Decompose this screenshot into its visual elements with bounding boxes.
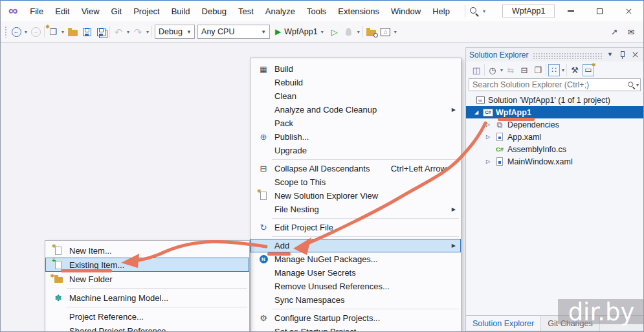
dropdown-caret-icon[interactable]: ▾: [394, 29, 397, 35]
start-debugging-button[interactable]: ▶WpfApp1▾: [272, 24, 326, 39]
menubar-item-analyze[interactable]: Analyze: [260, 1, 301, 21]
solution-explorer-home-icon[interactable]: ⌂: [380, 24, 392, 39]
menubar-item-build[interactable]: Build: [166, 1, 196, 21]
dropdown-caret-icon[interactable]: ▾: [25, 29, 27, 35]
add-menu-item-new-folder[interactable]: ✱New Folder: [45, 272, 249, 286]
menu-item-configure-startup-projects[interactable]: ⚙Configure Startup Projects...: [250, 311, 461, 325]
panel-window-position-icon[interactable]: ▼: [607, 52, 613, 58]
dropdown-caret-icon[interactable]: ▾: [127, 29, 129, 35]
menubar-item-tools[interactable]: Tools: [301, 1, 332, 21]
tree-item-assemblyinfo-cs[interactable]: C#AssemblyInfo.cs: [466, 143, 643, 155]
menubar-item-test[interactable]: Test: [232, 1, 260, 21]
menu-item-scope-to-this[interactable]: Scope to This: [250, 175, 461, 189]
expander-collapsed-icon[interactable]: ▷: [483, 159, 493, 164]
menu-item-analyze-and-code-cleanup[interactable]: Analyze and Code Cleanup▶: [250, 103, 461, 116]
window-close-icon[interactable]: [614, 1, 643, 21]
sync-with-active-document-icon[interactable]: ∷: [548, 64, 560, 76]
expander-expanded-icon[interactable]: ◢: [471, 109, 482, 115]
expander-collapsed-icon[interactable]: ▷: [483, 122, 493, 127]
menu-item-edit-project-file[interactable]: ↻Edit Project File: [250, 221, 461, 234]
preview-selected-items-icon[interactable]: ▭✱: [583, 64, 594, 76]
add-menu-item-existing-item[interactable]: +Existing Item...: [45, 258, 249, 272]
forward-icon[interactable]: →: [30, 24, 41, 39]
save-all-icon[interactable]: [95, 24, 107, 39]
tree-item-app-xaml[interactable]: ▷App.xaml: [466, 131, 643, 143]
menu-item-set-as-startup-project[interactable]: Set as Startup Project: [250, 325, 461, 332]
menu-item-upgrade[interactable]: Upgrade: [250, 144, 461, 157]
menubar-item-edit[interactable]: Edit: [49, 1, 75, 21]
window-maximize-icon[interactable]: [585, 1, 614, 21]
menubar-item-window[interactable]: Window: [385, 1, 427, 21]
hot-reload-icon[interactable]: [343, 24, 355, 39]
redo-icon[interactable]: ↷: [132, 24, 144, 39]
configuration-dropdown[interactable]: Debug▼: [155, 25, 195, 39]
menu-item-file-nesting[interactable]: File Nesting▶: [250, 203, 461, 216]
platform-dropdown[interactable]: Any CPU▼: [197, 25, 270, 39]
tree-item-solution-wpfapp1-1-of-1-project[interactable]: ∞Solution 'WpfApp1' (1 of 1 project): [466, 94, 643, 106]
dropdown-caret-icon[interactable]: ▾: [357, 29, 360, 35]
add-menu-item-machine-learning-model[interactable]: ✽Machine Learning Model...: [45, 291, 249, 305]
show-all-files-icon[interactable]: ❐: [532, 64, 544, 76]
window-minimize-icon[interactable]: [556, 1, 585, 21]
menubar-item-extensions[interactable]: Extensions: [332, 1, 385, 21]
tree-item-dependencies[interactable]: ▷⧉Dependencies: [466, 118, 643, 131]
solution-explorer-header[interactable]: Solution Explorer ▼: [466, 48, 643, 61]
menu-item-remove-unused-references[interactable]: Remove Unused References...: [250, 280, 461, 293]
open-folder-icon[interactable]: [67, 24, 78, 39]
menubar-item-view[interactable]: View: [76, 1, 105, 21]
menu-item-collapse-all-descendants[interactable]: ⊟Collapse All DescendantsCtrl+Left Arrow: [250, 162, 461, 175]
menu-item-sync-namespaces[interactable]: Sync Namespaces: [250, 293, 461, 307]
menu-item-pack[interactable]: Pack: [250, 116, 461, 130]
menu-item-clean[interactable]: Clean: [250, 89, 461, 103]
back-icon[interactable]: ←: [10, 24, 22, 39]
undo-icon[interactable]: ↶: [113, 24, 124, 39]
menu-item-new-solution-explorer-view[interactable]: ✱New Solution Explorer View: [250, 189, 461, 203]
add-menu-item-shared-project-reference[interactable]: Shared Project Reference...: [45, 324, 249, 332]
feedback-icon[interactable]: ✉: [625, 24, 637, 39]
menubar-item-file[interactable]: File: [24, 1, 49, 21]
menu-item-manage-user-secrets[interactable]: Manage User Secrets: [250, 266, 461, 280]
start-without-debugging-icon[interactable]: ▷: [329, 24, 340, 39]
search-icon[interactable]: [627, 81, 635, 89]
expander-collapsed-icon[interactable]: ▷: [483, 134, 493, 140]
collapse-all-icon[interactable]: ⊟: [518, 64, 530, 76]
menu-item-publish[interactable]: ⊕Publish...: [250, 130, 461, 144]
menubar-item-debug[interactable]: Debug: [196, 1, 232, 21]
sync-selection-icon[interactable]: ⇆: [505, 64, 516, 76]
share-icon[interactable]: ↗: [608, 24, 620, 39]
menu-item-add[interactable]: Add▶: [250, 239, 461, 252]
tree-item-wpfapp1[interactable]: ◢C#WpfApp1: [466, 106, 643, 118]
menubar-item-help[interactable]: Help: [427, 1, 456, 21]
add-menu-item-new-item[interactable]: ✱New Item...: [45, 243, 249, 258]
toolbar-grip[interactable]: [5, 26, 8, 38]
panel-tab-solution-explorer[interactable]: Solution Explorer: [466, 316, 541, 331]
search-input[interactable]: [472, 80, 627, 89]
titlebar-solution-name[interactable]: WpfApp1: [502, 5, 555, 17]
tree-item-mainwindow-xaml[interactable]: ▷MainWindow.xaml: [466, 155, 643, 168]
save-icon[interactable]: [81, 24, 93, 39]
pending-changes-filter-icon[interactable]: ◷: [487, 64, 498, 76]
dropdown-caret-icon[interactable]: ▾: [500, 67, 503, 73]
add-menu-item-project-reference[interactable]: Project Reference...: [45, 309, 249, 324]
find-in-files-icon[interactable]: [366, 24, 377, 39]
dropdown-caret-icon[interactable]: ▾: [562, 67, 564, 73]
solution-explorer-search: ▾: [469, 78, 641, 91]
new-project-icon[interactable]: ❐✱: [47, 24, 59, 39]
panel-pin-icon[interactable]: [619, 50, 626, 60]
panel-title: Solution Explorer: [469, 50, 528, 60]
switch-views-icon[interactable]: ◫: [471, 64, 482, 76]
menu-item-build[interactable]: ▦Build: [250, 62, 461, 76]
configuration-dropdown-value: Debug: [159, 27, 183, 36]
menu-item-label: Project Reference...: [69, 312, 144, 322]
search-dropdown-caret-icon[interactable]: ▾: [483, 8, 485, 14]
search-icon[interactable]: [469, 6, 479, 16]
menu-item-rebuild[interactable]: Rebuild: [250, 76, 461, 89]
panel-close-icon[interactable]: [632, 51, 639, 58]
dropdown-caret-icon[interactable]: ▾: [61, 29, 64, 35]
search-options-caret-icon[interactable]: ▾: [636, 82, 639, 88]
menubar-item-git[interactable]: Git: [105, 1, 128, 21]
menu-item-manage-nuget-packages[interactable]: NManage NuGet Packages...: [250, 252, 461, 266]
properties-icon[interactable]: ⚒: [569, 64, 581, 76]
dropdown-caret-icon[interactable]: ▾: [146, 29, 149, 35]
menubar-item-project[interactable]: Project: [128, 1, 165, 21]
